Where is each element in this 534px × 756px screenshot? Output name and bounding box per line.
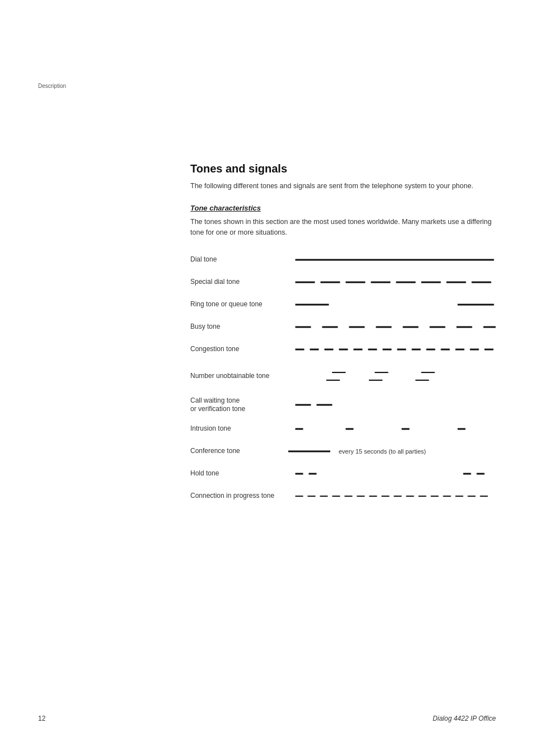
- tone-diagram-conference: every 15 seconds (to all parties): [288, 441, 504, 461]
- tone-label-dial: Dial tone: [190, 255, 288, 264]
- tone-label-busy: Busy tone: [190, 323, 288, 332]
- tone-label-ring: Ring tone or queue tone: [190, 300, 288, 309]
- tone-row-dial: Dial tone: [190, 249, 504, 271]
- tone-row-intrusion: Intrusion tone: [190, 418, 504, 440]
- tone-label-intrusion: Intrusion tone: [190, 424, 288, 433]
- tone-row-conference: Conference tone every 15 seconds (to all…: [190, 440, 504, 463]
- tone-diagram-call-waiting: [288, 395, 504, 415]
- conference-note: every 15 seconds (to all parties): [339, 448, 426, 455]
- tone-diagram-dial: [288, 250, 504, 270]
- tone-diagram-hold: [288, 464, 504, 484]
- tone-row-busy: Busy tone: [190, 316, 504, 338]
- page-number: 12: [38, 715, 45, 722]
- tone-row-ring: Ring tone or queue tone: [190, 293, 504, 316]
- tone-diagram-busy: [288, 317, 504, 337]
- section-title: Tones and signals: [190, 162, 504, 175]
- tone-row-hold: Hold tone: [190, 463, 504, 485]
- tone-diagram-connection: [288, 486, 504, 506]
- content-area: Tones and signals The following differen…: [190, 162, 504, 507]
- tone-row-special-dial: Special dial tone: [190, 271, 504, 293]
- product-name: Dialog 4422 IP Office: [433, 715, 496, 722]
- tone-diagram-unobtainable: [288, 362, 504, 391]
- tone-label-congestion: Congestion tone: [190, 345, 288, 354]
- tone-label-connection: Connection in progress tone: [190, 492, 288, 501]
- tone-row-congestion: Congestion tone: [190, 338, 504, 361]
- tone-row-connection: Connection in progress tone: [190, 485, 504, 507]
- tone-row-call-waiting: Call waiting tone or verification tone: [190, 392, 504, 418]
- section-intro: The following different tones and signal…: [190, 181, 504, 192]
- tone-diagram-ring: [288, 295, 504, 315]
- tone-diagram-special-dial: [288, 272, 504, 292]
- tone-label-call-waiting: Call waiting tone or verification tone: [190, 396, 288, 414]
- tone-label-hold: Hold tone: [190, 469, 288, 478]
- tone-diagram-intrusion: [288, 419, 504, 439]
- page-footer: 12 Dialog 4422 IP Office: [38, 715, 496, 722]
- tone-label-conference: Conference tone: [190, 447, 288, 456]
- subsection-title: Tone characteristics: [190, 204, 504, 212]
- tone-label-unobtainable: Number unobtainable tone: [190, 372, 288, 381]
- subsection-desc: The tones shown in this section are the …: [190, 217, 504, 238]
- tone-label-special-dial: Special dial tone: [190, 278, 288, 287]
- tone-row-unobtainable: Number unobtainable tone: [190, 361, 504, 392]
- page-label: Description: [38, 83, 66, 89]
- tone-diagram-congestion: [288, 339, 504, 360]
- tones-list: Dial tone Special dial tone: [190, 249, 504, 507]
